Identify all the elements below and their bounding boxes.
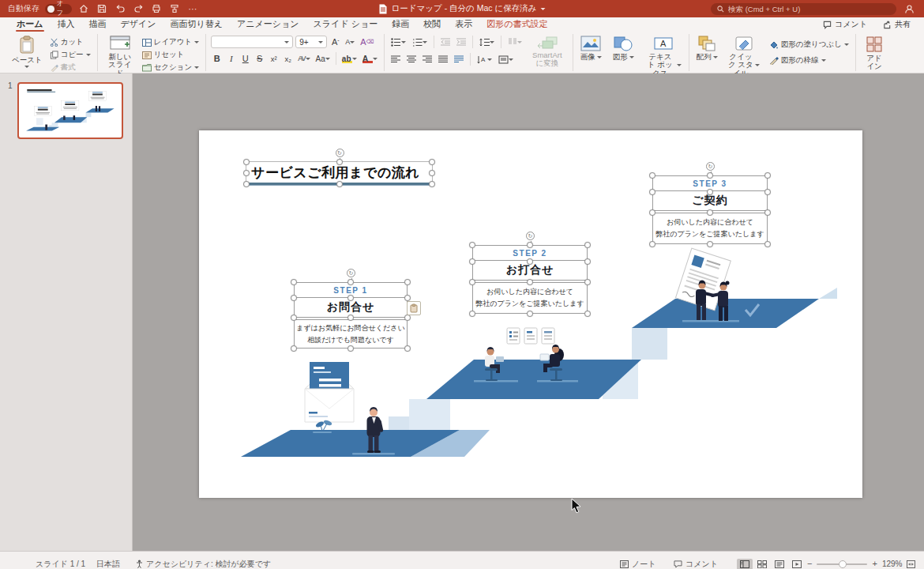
selection-handle[interactable] bbox=[243, 159, 250, 165]
notes-button[interactable]: ノート bbox=[620, 559, 655, 569]
tab-animations[interactable]: アニメーション bbox=[230, 17, 306, 32]
selection-handle[interactable] bbox=[291, 345, 297, 352]
strikethrough-button[interactable]: S bbox=[254, 53, 265, 65]
selection-handle[interactable] bbox=[469, 279, 475, 285]
zoom-slider-knob[interactable] bbox=[839, 560, 847, 568]
rotation-handle[interactable]: ↻ bbox=[706, 162, 715, 171]
selection-handle[interactable] bbox=[243, 170, 250, 176]
selection-handle[interactable] bbox=[404, 315, 411, 321]
numbering-button[interactable] bbox=[411, 36, 429, 48]
selection-handle[interactable] bbox=[707, 209, 713, 216]
tab-draw[interactable]: 描画 bbox=[82, 17, 114, 32]
increase-indent-button[interactable] bbox=[455, 36, 468, 48]
selection-handle[interactable] bbox=[527, 258, 533, 265]
subscript-button[interactable]: x₂ bbox=[282, 53, 294, 65]
home-button[interactable] bbox=[77, 2, 90, 15]
search-box[interactable] bbox=[711, 3, 896, 15]
zoom-out-button[interactable]: − bbox=[807, 559, 812, 569]
zoom-slider[interactable] bbox=[817, 563, 867, 565]
undo-button[interactable] bbox=[114, 2, 126, 15]
layout-button[interactable]: レイアウト bbox=[141, 36, 201, 48]
slideshow-view-button[interactable] bbox=[789, 559, 805, 569]
selection-handle[interactable] bbox=[291, 295, 297, 301]
selection-handle[interactable] bbox=[347, 295, 354, 301]
selection-handle[interactable] bbox=[584, 242, 591, 248]
slide-sorter-view-button[interactable] bbox=[754, 559, 770, 569]
language-indicator[interactable]: 日本語 bbox=[96, 559, 120, 569]
selection-handle[interactable] bbox=[347, 345, 354, 352]
line-spacing-button[interactable] bbox=[478, 36, 496, 48]
tab-transitions[interactable]: 画面切り替え bbox=[163, 17, 231, 32]
selection-handle[interactable] bbox=[347, 315, 354, 321]
step1-textbox-group[interactable]: ↻ STEP 1 お問合せ まずはお気軽にお問合せください 相談だけでも問題ない… bbox=[294, 282, 408, 349]
selection-handle[interactable] bbox=[404, 345, 411, 352]
distribute-button[interactable] bbox=[453, 54, 465, 66]
zoom-percentage[interactable]: 129% bbox=[882, 559, 903, 569]
selection-handle[interactable] bbox=[527, 279, 533, 285]
align-left-button[interactable] bbox=[389, 54, 402, 66]
highlight-color-button[interactable]: ab bbox=[340, 53, 359, 65]
align-text-button[interactable] bbox=[497, 54, 515, 66]
selection-handle[interactable] bbox=[707, 172, 713, 179]
align-center-button[interactable] bbox=[405, 54, 418, 66]
fit-to-window-icon[interactable] bbox=[907, 560, 915, 568]
selection-handle[interactable] bbox=[469, 258, 475, 265]
paste-options-chip[interactable] bbox=[407, 301, 421, 315]
copy-button[interactable]: コピー bbox=[48, 49, 92, 61]
tab-record[interactable]: 録画 bbox=[385, 17, 416, 32]
shape-outline-button[interactable]: 図形の枠線 bbox=[768, 55, 851, 66]
tab-insert[interactable]: 挿入 bbox=[51, 17, 82, 32]
selection-handle[interactable] bbox=[404, 295, 411, 301]
step1-description[interactable]: まずはお気軽にお問合せください 相談だけでも問題ないです bbox=[294, 319, 408, 349]
selection-handle[interactable] bbox=[347, 279, 354, 285]
step2-textbox-group[interactable]: ↻ STEP 2 お打合せ お伺いした内容に合わせて 弊社のプランをご提案いたし… bbox=[472, 245, 588, 314]
selection-handle[interactable] bbox=[336, 181, 343, 187]
redo-button[interactable] bbox=[132, 2, 145, 15]
arrange-button[interactable]: 配列 bbox=[694, 35, 720, 62]
decrease-indent-button[interactable] bbox=[439, 36, 452, 48]
editing-canvas[interactable]: ↻ サービスご利用までの流れ ↻ STEP 1 お問合せ まずはお気軽にお問合せ… bbox=[133, 73, 924, 551]
print-button[interactable] bbox=[150, 2, 163, 15]
format-painter-button[interactable]: 書式 bbox=[48, 62, 92, 73]
selection-handle[interactable] bbox=[584, 279, 591, 285]
addins-button[interactable]: アドイン bbox=[861, 35, 888, 72]
selection-handle[interactable] bbox=[649, 241, 655, 247]
selection-handle[interactable] bbox=[469, 242, 475, 248]
tab-view[interactable]: 表示 bbox=[448, 17, 479, 32]
decrease-font-button[interactable]: A bbox=[344, 36, 356, 48]
selection-handle[interactable] bbox=[429, 170, 435, 176]
paste-button[interactable]: ペースト bbox=[9, 35, 45, 69]
selection-handle[interactable] bbox=[584, 258, 591, 265]
selection-handle[interactable] bbox=[649, 209, 655, 216]
quick-styles-button[interactable]: クイック スタイル bbox=[726, 35, 762, 78]
save-button[interactable] bbox=[96, 2, 108, 15]
selection-handle[interactable] bbox=[527, 311, 533, 317]
rotation-handle[interactable]: ↻ bbox=[526, 232, 535, 240]
cut-button[interactable]: カット bbox=[48, 36, 92, 48]
selection-handle[interactable] bbox=[291, 279, 297, 285]
selection-handle[interactable] bbox=[764, 241, 771, 247]
step2-description[interactable]: お伺いした内容に合わせて 弊社のプランをご提案いたします bbox=[472, 282, 588, 314]
change-case-button[interactable]: Aa bbox=[314, 53, 332, 65]
font-color-button[interactable]: A bbox=[361, 53, 379, 65]
selection-handle[interactable] bbox=[764, 172, 771, 179]
tab-slideshow[interactable]: スライド ショー bbox=[306, 17, 385, 32]
bullets-button[interactable] bbox=[389, 36, 408, 48]
clear-format-button[interactable]: A⌫ bbox=[359, 36, 375, 48]
step3-description[interactable]: お伺いした内容に合わせて 弊社のプランをご提案いたします bbox=[652, 213, 768, 244]
reset-button[interactable]: リセット bbox=[141, 49, 201, 61]
superscript-button[interactable]: x² bbox=[268, 53, 280, 65]
rotation-handle[interactable]: ↻ bbox=[347, 269, 355, 277]
autosave-toggle[interactable]: オフ bbox=[45, 4, 72, 14]
step3-textbox-group[interactable]: ↻ STEP 3 ご契約 お伺いした内容に合わせて 弊社のプランをご提案いたしま… bbox=[652, 175, 768, 244]
tab-review[interactable]: 校閲 bbox=[416, 17, 448, 32]
slide-title-textbox[interactable]: ↻ サービスご利用までの流れ bbox=[246, 161, 433, 185]
font-size-select[interactable]: 9+ bbox=[295, 36, 327, 48]
picture-button[interactable]: 画像 bbox=[578, 35, 604, 62]
tab-shape-format[interactable]: 図形の書式設定 bbox=[479, 17, 554, 32]
bold-button[interactable]: B bbox=[211, 53, 223, 65]
rotation-handle[interactable]: ↻ bbox=[336, 149, 344, 157]
kerning-button[interactable]: AV bbox=[296, 53, 311, 65]
selection-handle[interactable] bbox=[527, 242, 533, 248]
shape-fill-button[interactable]: 図形の塗りつぶし bbox=[768, 39, 851, 51]
